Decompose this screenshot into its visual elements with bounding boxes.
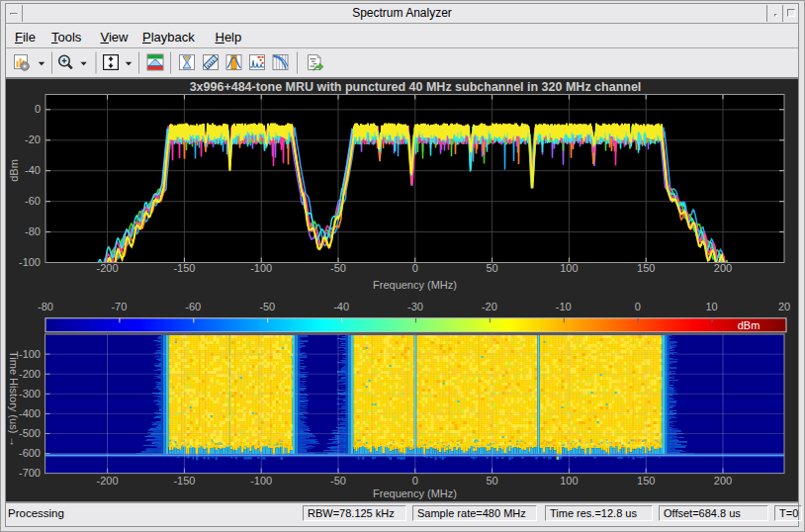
svg-text:100: 100 (560, 475, 578, 487)
svg-text:3x996+484-tone MRU with punctu: 3x996+484-tone MRU with punctured 40 MHz… (190, 80, 642, 94)
svg-text:Time History (us) →: Time History (us) → (8, 351, 20, 447)
svg-text:50: 50 (486, 475, 497, 487)
svg-text:-100: -100 (19, 256, 41, 268)
svg-text:-80: -80 (25, 225, 41, 237)
svg-text:-100: -100 (250, 262, 272, 274)
svg-text:Frequency (MHz): Frequency (MHz) (373, 279, 457, 291)
svg-text:-700: -700 (19, 467, 41, 479)
svg-text:dBm: dBm (738, 319, 760, 331)
svg-text:150: 150 (637, 475, 655, 487)
svg-text:-100: -100 (250, 475, 272, 487)
svg-text:-150: -150 (173, 262, 195, 274)
svg-text:-600: -600 (19, 447, 41, 459)
svg-text:100: 100 (560, 262, 578, 274)
svg-text:200: 200 (714, 475, 732, 487)
svg-text:-50: -50 (259, 301, 275, 312)
svg-text:20: 20 (778, 301, 790, 312)
svg-text:50: 50 (486, 262, 497, 274)
svg-text:-60: -60 (185, 301, 201, 312)
svg-text:10: 10 (705, 301, 717, 312)
svg-text:-40: -40 (25, 164, 41, 176)
svg-text:-300: -300 (19, 388, 41, 399)
svg-text:-150: -150 (173, 475, 195, 487)
svg-text:0: 0 (35, 103, 41, 115)
svg-text:0: 0 (635, 301, 641, 312)
svg-text:-100: -100 (19, 348, 41, 360)
svg-text:-70: -70 (111, 301, 127, 312)
svg-text:150: 150 (637, 262, 655, 274)
svg-text:-200: -200 (97, 475, 119, 487)
svg-text:-40: -40 (333, 301, 349, 312)
svg-text:-50: -50 (330, 475, 346, 487)
svg-text:-500: -500 (19, 427, 41, 439)
svg-text:-200: -200 (97, 262, 119, 274)
svg-text:-20: -20 (482, 301, 497, 312)
svg-text:-400: -400 (19, 407, 41, 419)
svg-text:-80: -80 (38, 301, 53, 312)
svg-text:0: 0 (412, 262, 418, 274)
svg-text:200: 200 (714, 262, 732, 274)
svg-text:-60: -60 (25, 195, 41, 207)
svg-text:Frequency (MHz): Frequency (MHz) (373, 488, 457, 499)
svg-text:0: 0 (412, 475, 418, 487)
svg-text:-50: -50 (330, 262, 346, 274)
svg-text:dBm: dBm (8, 159, 20, 182)
svg-text:-200: -200 (19, 368, 41, 380)
svg-text:-30: -30 (407, 301, 423, 312)
svg-text:-20: -20 (25, 133, 41, 145)
svg-text:-10: -10 (556, 301, 572, 312)
